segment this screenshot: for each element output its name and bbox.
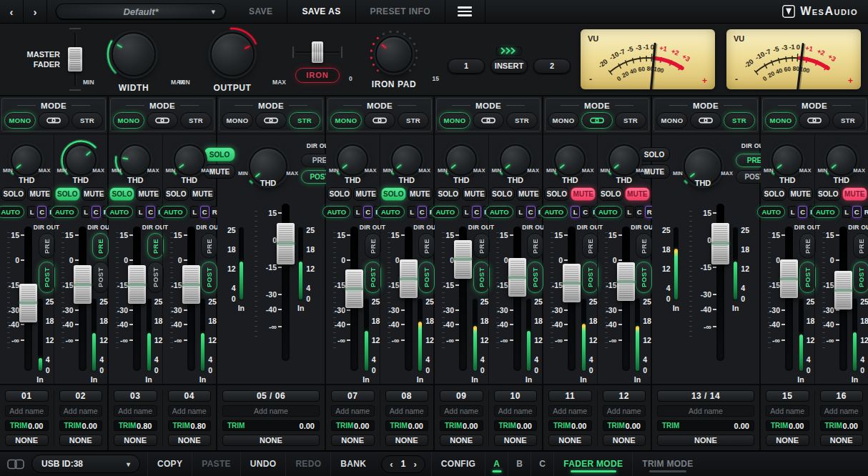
- trim-field[interactable]: TRIM0.00: [494, 420, 538, 431]
- usb-id-select[interactable]: USB ID:38 ▾: [31, 455, 140, 473]
- config-button[interactable]: CONFIG: [431, 452, 485, 476]
- channel-fader-handle[interactable]: [563, 264, 581, 302]
- solo-button[interactable]: SOLO: [327, 187, 352, 201]
- dir-out-post-button[interactable]: POST: [582, 262, 598, 293]
- mode-str-button[interactable]: STR: [615, 112, 646, 129]
- trim-field[interactable]: TRIM0.00: [5, 420, 49, 431]
- channel-number[interactable]: 04: [168, 390, 212, 402]
- mode-mono-button[interactable]: MONO: [330, 112, 362, 129]
- trim-field[interactable]: TRIM0.00: [331, 420, 375, 431]
- channel-fader-handle[interactable]: [19, 284, 37, 322]
- channel-fader-handle[interactable]: [617, 262, 635, 301]
- mute-button[interactable]: MUTE: [516, 187, 541, 201]
- dir-out-pre-button[interactable]: PRE: [201, 233, 217, 259]
- routing-button[interactable]: NONE: [331, 435, 375, 446]
- solo-button[interactable]: SOLO: [598, 187, 623, 201]
- mode-mono-button[interactable]: MONO: [656, 112, 688, 129]
- pan-center-button[interactable]: C: [37, 206, 46, 218]
- copy-button[interactable]: COPY: [147, 452, 192, 476]
- auto-button[interactable]: AUTO: [0, 206, 24, 218]
- channel-fader-handle[interactable]: [508, 258, 526, 297]
- routing-button[interactable]: NONE: [168, 435, 212, 446]
- channel-name-input[interactable]: [440, 405, 483, 417]
- save-as-button[interactable]: SAVE AS: [287, 0, 355, 23]
- pan-center-button[interactable]: C: [200, 206, 209, 218]
- iron-button[interactable]: IRON: [295, 68, 340, 83]
- channel-fader-handle[interactable]: [128, 265, 146, 304]
- pan-left-button[interactable]: L: [408, 206, 417, 218]
- pan-left-button[interactable]: L: [353, 206, 363, 218]
- trim-field[interactable]: TRIM0.00: [222, 420, 320, 431]
- mute-button[interactable]: MUTE: [27, 187, 52, 201]
- routing-button[interactable]: NONE: [820, 435, 864, 446]
- slot-a-button[interactable]: A: [485, 452, 508, 476]
- channel-name-input[interactable]: [657, 405, 754, 417]
- auto-button[interactable]: AUTO: [159, 206, 187, 218]
- channel-name-input[interactable]: [331, 405, 375, 417]
- channel-fader-handle[interactable]: [834, 271, 852, 309]
- channel-number[interactable]: 13 / 14: [657, 390, 754, 402]
- solo-button[interactable]: SOLO: [1, 187, 26, 201]
- slot-c-button[interactable]: C: [531, 452, 553, 476]
- output-knob[interactable]: [204, 26, 261, 83]
- dir-out-pre-button[interactable]: PRE: [853, 233, 868, 259]
- pan-left-button[interactable]: L: [788, 206, 797, 218]
- pan-left-button[interactable]: L: [571, 206, 580, 218]
- iron-fader-handle[interactable]: [312, 41, 323, 63]
- mute-button[interactable]: MUTE: [190, 187, 215, 201]
- mute-button[interactable]: MUTE: [788, 187, 813, 201]
- iron-pad-knob[interactable]: [369, 29, 419, 79]
- pan-center-button[interactable]: C: [418, 206, 427, 218]
- mode-str-button[interactable]: STR: [724, 112, 755, 129]
- mode-str-button[interactable]: STR: [180, 112, 212, 129]
- dir-out-post-button[interactable]: POST: [636, 262, 652, 293]
- mute-button[interactable]: MUTE: [571, 187, 596, 201]
- solo-button[interactable]: SOLO: [381, 187, 406, 201]
- routing-button[interactable]: NONE: [5, 435, 49, 446]
- solo-button[interactable]: SOLO: [490, 187, 515, 201]
- auto-button[interactable]: AUTO: [485, 206, 513, 218]
- mute-button[interactable]: MUTE: [842, 187, 867, 201]
- pan-left-button[interactable]: L: [190, 206, 199, 218]
- trim-field[interactable]: TRIM0.00: [385, 420, 429, 431]
- channel-name-input[interactable]: [59, 405, 103, 417]
- pan-center-button[interactable]: C: [92, 206, 101, 218]
- mode-link-button[interactable]: [473, 112, 504, 129]
- channel-fader-handle[interactable]: [454, 240, 472, 279]
- dir-out-pre-button[interactable]: PRE: [365, 233, 381, 259]
- auto-button[interactable]: AUTO: [322, 206, 350, 218]
- channel-number[interactable]: 02: [59, 390, 103, 402]
- channel-name-input[interactable]: [168, 405, 212, 417]
- solo-button[interactable]: SOLO: [435, 187, 460, 201]
- channel-name-input[interactable]: [385, 405, 429, 417]
- mode-link-button[interactable]: [255, 112, 287, 129]
- dir-out-pre-button[interactable]: PRE: [527, 233, 543, 259]
- channel-number[interactable]: 10: [494, 390, 538, 402]
- pan-center-button[interactable]: C: [363, 206, 373, 218]
- mode-str-button[interactable]: STR: [832, 112, 864, 129]
- fader-mode-button[interactable]: FADER MODE: [553, 452, 632, 476]
- routing-button[interactable]: NONE: [548, 435, 592, 446]
- pan-center-button[interactable]: C: [526, 206, 536, 218]
- solo-button[interactable]: SOLO: [109, 187, 134, 201]
- channel-fader-handle[interactable]: [182, 265, 200, 304]
- dir-out-pre-button[interactable]: PRE: [799, 233, 816, 259]
- channel-name-input[interactable]: [766, 405, 809, 417]
- mode-mono-button[interactable]: MONO: [4, 112, 36, 129]
- iron-fader[interactable]: [290, 39, 345, 65]
- solo-button[interactable]: SOLO: [544, 187, 569, 201]
- pan-left-button[interactable]: L: [82, 206, 91, 218]
- trim-field[interactable]: TRIM0.00: [820, 420, 864, 431]
- insert-1-button[interactable]: 1: [448, 59, 485, 74]
- channel-fader-handle[interactable]: [711, 223, 729, 264]
- solo-button[interactable]: SOLO: [55, 187, 80, 201]
- auto-button[interactable]: AUTO: [594, 206, 622, 218]
- solo-button[interactable]: SOLO: [816, 187, 841, 201]
- auto-button[interactable]: AUTO: [377, 206, 405, 218]
- mode-mono-button[interactable]: MONO: [113, 112, 144, 129]
- dir-out-pre-button[interactable]: PRE: [147, 233, 164, 259]
- dir-out-pre-button[interactable]: PRE: [39, 233, 55, 259]
- mode-link-button[interactable]: [38, 112, 69, 129]
- pan-right-button[interactable]: R: [862, 206, 868, 218]
- mode-str-button[interactable]: STR: [506, 112, 538, 129]
